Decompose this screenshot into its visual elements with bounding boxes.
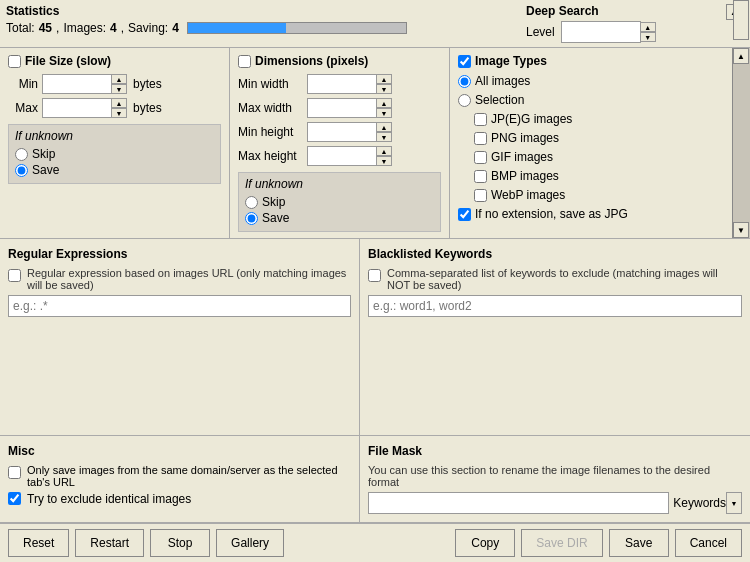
- image-types-checkbox[interactable]: [458, 55, 471, 68]
- png-checkbox[interactable]: [474, 132, 487, 145]
- image-types-label: Image Types: [475, 54, 547, 68]
- file-save-label: Save: [32, 163, 59, 177]
- level-up-button[interactable]: ▲: [640, 22, 656, 32]
- save-dir-button[interactable]: Save DIR: [521, 529, 602, 557]
- copy-button[interactable]: Copy: [455, 529, 515, 557]
- min-spinner[interactable]: 4000 ▲ ▼: [42, 74, 127, 94]
- min-width-input[interactable]: 200: [307, 74, 377, 94]
- bmp-row: BMP images: [474, 169, 724, 183]
- image-types-box: Image Types All images Selection JP(E)G …: [450, 48, 732, 238]
- images-label: Images:: [63, 21, 106, 35]
- max-width-spinner[interactable]: 0 ▲ ▼: [307, 98, 392, 118]
- file-size-checkbox[interactable]: [8, 55, 21, 68]
- same-domain-checkbox[interactable]: [8, 466, 21, 479]
- max-height-label: Max height: [238, 149, 303, 163]
- max-label: Max: [8, 101, 38, 115]
- regex-checkbox[interactable]: [8, 269, 21, 282]
- min-height-input[interactable]: 200: [307, 122, 377, 142]
- reset-button[interactable]: Reset: [8, 529, 69, 557]
- webp-checkbox[interactable]: [474, 189, 487, 202]
- keywords-dropdown-btn[interactable]: ▼: [726, 492, 742, 514]
- bmp-checkbox[interactable]: [474, 170, 487, 183]
- dim-skip-radio[interactable]: [245, 196, 258, 209]
- level-down-button[interactable]: ▼: [640, 32, 656, 42]
- file-skip-radio[interactable]: [15, 148, 28, 161]
- dimensions-checkbox[interactable]: [238, 55, 251, 68]
- min-input[interactable]: 4000: [42, 74, 112, 94]
- min-width-label: Min width: [238, 77, 303, 91]
- progress-bar-container: [187, 22, 407, 34]
- min-up-btn[interactable]: ▲: [111, 74, 127, 84]
- selection-radio[interactable]: [458, 94, 471, 107]
- dim-save-radio[interactable]: [245, 212, 258, 225]
- misc-title: Misc: [8, 444, 351, 458]
- cancel-button[interactable]: Cancel: [675, 529, 742, 557]
- filemask-input[interactable]: [name][extension]: [368, 492, 669, 514]
- blacklist-desc: Comma-separated list of keywords to excl…: [387, 267, 742, 291]
- restart-button[interactable]: Restart: [75, 529, 144, 557]
- min-width-up-btn[interactable]: ▲: [376, 74, 392, 84]
- selection-label: Selection: [475, 93, 524, 107]
- deep-search-title: Deep Search: [526, 4, 706, 18]
- image-types-header: Image Types: [458, 54, 724, 68]
- min-height-down-btn[interactable]: ▼: [376, 132, 392, 142]
- gallery-button[interactable]: Gallery: [216, 529, 284, 557]
- min-down-btn[interactable]: ▼: [111, 84, 127, 94]
- regex-panel: Regular Expressions Regular expression b…: [0, 239, 360, 435]
- identical-checkbox[interactable]: [8, 492, 21, 505]
- gif-checkbox[interactable]: [474, 151, 487, 164]
- max-height-spin-btns: ▲ ▼: [376, 146, 392, 166]
- total-label: Total:: [6, 21, 35, 35]
- webp-row: WebP images: [474, 188, 724, 202]
- save-button[interactable]: Save: [609, 529, 669, 557]
- regex-input[interactable]: [8, 295, 351, 317]
- file-size-max-row: Max 0 ▲ ▼ bytes: [8, 98, 221, 118]
- filemask-input-row: [name][extension] Keywords ▼: [368, 492, 742, 514]
- min-height-up-btn[interactable]: ▲: [376, 122, 392, 132]
- max-width-input[interactable]: 0: [307, 98, 377, 118]
- min-width-spinner[interactable]: 200 ▲ ▼: [307, 74, 392, 94]
- file-size-box: File Size (slow) Min 4000 ▲ ▼ bytes Max …: [0, 48, 230, 238]
- max-down-btn[interactable]: ▼: [111, 108, 127, 118]
- jpg-label: JP(E)G images: [491, 112, 572, 126]
- file-save-row: Save: [15, 163, 214, 177]
- file-skip-row: Skip: [15, 147, 214, 161]
- max-height-down-btn[interactable]: ▼: [376, 156, 392, 166]
- stop-button[interactable]: Stop: [150, 529, 210, 557]
- saving-label: Saving:: [128, 21, 168, 35]
- max-width-down-btn[interactable]: ▼: [376, 108, 392, 118]
- max-height-up-btn[interactable]: ▲: [376, 146, 392, 156]
- left-btn-group: Reset Restart Stop Gallery: [8, 529, 284, 557]
- all-images-radio[interactable]: [458, 75, 471, 88]
- max-height-spinner[interactable]: 0 ▲ ▼: [307, 146, 392, 166]
- dim-save-row: Save: [245, 211, 434, 225]
- min-height-spinner[interactable]: 200 ▲ ▼: [307, 122, 392, 142]
- level-spinner[interactable]: 1 ▲ ▼: [561, 21, 656, 43]
- options-row: File Size (slow) Min 4000 ▲ ▼ bytes Max …: [0, 48, 750, 239]
- level-input[interactable]: 1: [561, 21, 641, 43]
- file-skip-label: Skip: [32, 147, 55, 161]
- scrollbar-thumb[interactable]: [733, 0, 749, 40]
- max-width-up-btn[interactable]: ▲: [376, 98, 392, 108]
- blacklist-input[interactable]: [368, 295, 742, 317]
- file-size-label: File Size (slow): [25, 54, 111, 68]
- dim-save-label: Save: [262, 211, 289, 225]
- no-extension-checkbox[interactable]: [458, 208, 471, 221]
- stats-row: Total: 45, Images: 4, Saving: 4: [6, 21, 506, 35]
- scroll-down-btn[interactable]: ▼: [733, 222, 749, 238]
- blacklist-panel: Blacklisted Keywords Comma-separated lis…: [360, 239, 750, 435]
- max-up-btn[interactable]: ▲: [111, 98, 127, 108]
- identical-label: Try to exclude identical images: [27, 492, 191, 506]
- blacklist-checkbox[interactable]: [368, 269, 381, 282]
- right-btn-group: Copy Save DIR Save Cancel: [455, 529, 742, 557]
- max-height-input[interactable]: 0: [307, 146, 377, 166]
- scroll-up-btn[interactable]: ▲: [733, 48, 749, 64]
- file-save-radio[interactable]: [15, 164, 28, 177]
- gif-row: GIF images: [474, 150, 724, 164]
- deep-search-row: Level 1 ▲ ▼: [526, 21, 706, 43]
- max-input[interactable]: 0: [42, 98, 112, 118]
- max-spinner[interactable]: 0 ▲ ▼: [42, 98, 127, 118]
- jpg-checkbox[interactable]: [474, 113, 487, 126]
- min-width-down-btn[interactable]: ▼: [376, 84, 392, 94]
- same-domain-row: Only save images from the same domain/se…: [8, 464, 351, 488]
